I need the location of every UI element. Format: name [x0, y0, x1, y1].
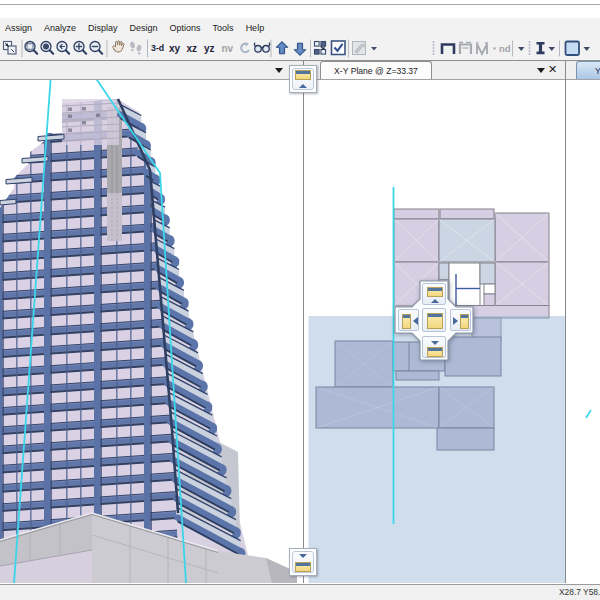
dock-guide-bottom[interactable]	[422, 336, 446, 358]
zoom-out-icon[interactable]	[90, 42, 102, 54]
object-shrink-icon[interactable]	[4, 42, 17, 55]
dock-guide-diamond	[391, 277, 477, 365]
dock-guide-left[interactable]	[398, 309, 419, 331]
menu-display[interactable]: Display	[88, 20, 118, 36]
menu-analyze[interactable]: Analyze	[44, 20, 76, 36]
view-3d-button[interactable]: 3-d	[151, 43, 164, 53]
menu-bar: Assign Analyze Display Design Options To…	[0, 18, 600, 37]
dock-guide-right[interactable]	[450, 309, 471, 331]
menu-design[interactable]: Design	[130, 20, 158, 36]
slab-section-icon[interactable]	[566, 42, 580, 56]
plan-tab-menu-caret[interactable]	[537, 68, 545, 73]
frame-section-icon[interactable]	[537, 42, 545, 54]
dock-guide-top[interactable]	[422, 283, 446, 305]
window-title-strip	[0, 0, 600, 18]
view-yz-button[interactable]: yz	[204, 43, 215, 54]
draw-secondary-beam-icon[interactable]	[459, 43, 471, 55]
view-xz-button[interactable]: xz	[187, 43, 198, 54]
move-up-in-list-icon[interactable]	[276, 42, 288, 54]
menu-tools[interactable]: Tools	[213, 20, 234, 36]
frame-section-dropdown-icon[interactable]	[549, 47, 556, 51]
chevron-up-icon	[299, 84, 307, 88]
dock-guide-bottom-edge[interactable]	[289, 548, 317, 576]
walkthrough-icon[interactable]	[129, 41, 142, 55]
toolbar-grip[interactable]	[529, 41, 531, 55]
tab-xy-plane-title: X-Y Plane @ Z=33.37	[334, 66, 418, 76]
dock-bottom-window-icon	[295, 562, 311, 572]
check-model-icon[interactable]	[332, 41, 346, 55]
dock-guide-top-edge[interactable]	[289, 65, 317, 93]
perspective-glasses-icon[interactable]	[254, 43, 269, 53]
menu-assign[interactable]: Assign	[5, 20, 32, 36]
status-bar	[0, 585, 600, 600]
y-plane-grid-mark	[586, 410, 591, 418]
previous-zoom-icon[interactable]	[57, 42, 69, 54]
set-display-options-icon[interactable]	[315, 42, 326, 55]
chevron-down-icon	[299, 554, 307, 558]
dock-guide-center[interactable]	[422, 308, 446, 332]
view-xy-button[interactable]: xy	[169, 43, 181, 54]
nd-label: nd	[499, 43, 511, 54]
view3d-tab-menu-caret[interactable]	[275, 68, 283, 73]
restore-full-view-icon[interactable]	[41, 42, 53, 54]
tab-xy-plane[interactable]: X-Y Plane @ Z=33.37	[320, 61, 432, 79]
view-nv-button[interactable]: nv	[222, 43, 234, 54]
move-down-in-list-icon[interactable]	[294, 43, 306, 55]
window-title-divider	[0, 4, 600, 5]
draw-braces-icon[interactable]	[476, 43, 497, 54]
menu-help[interactable]: Help	[246, 20, 265, 36]
draw-frame-icon[interactable]	[442, 45, 454, 55]
y-plane-view-canvas[interactable]	[566, 80, 600, 583]
toolbar: 3-d xy xz yz nv	[0, 37, 600, 60]
tower-crown	[62, 99, 119, 145]
rotate-view-icon[interactable]	[241, 42, 249, 52]
dock-top-window-icon	[295, 70, 311, 80]
tab-y-plane[interactable]: Y	[576, 61, 600, 79]
status-coordinates: X28.7 Y58.8	[559, 587, 600, 597]
plan-close-icon[interactable]: ✕	[548, 65, 557, 75]
toolbar-grip[interactable]	[433, 41, 435, 55]
frame-dropdown-icon[interactable]	[518, 47, 525, 51]
view3d-canvas[interactable]	[0, 80, 303, 583]
menu-options[interactable]: Options	[170, 20, 201, 36]
rubber-band-zoom-icon[interactable]	[25, 42, 37, 54]
zoom-in-icon[interactable]	[74, 42, 86, 54]
tab-y-plane-title: Y	[595, 66, 600, 76]
slab-section-dropdown-icon[interactable]	[584, 47, 591, 51]
assign-template-icon[interactable]	[353, 42, 378, 55]
pan-icon[interactable]	[113, 41, 124, 52]
